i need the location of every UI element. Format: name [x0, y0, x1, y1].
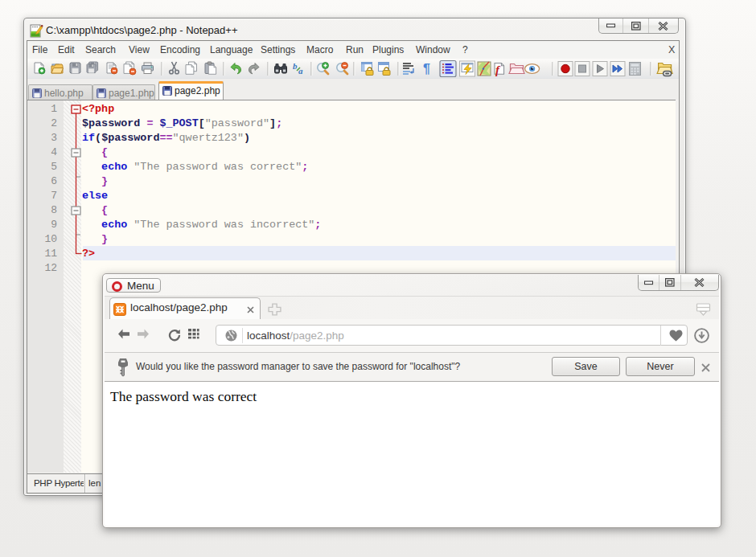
svg-text:a: a	[298, 66, 303, 76]
svg-text:b: b	[293, 61, 298, 71]
svg-text:¶: ¶	[423, 62, 430, 76]
